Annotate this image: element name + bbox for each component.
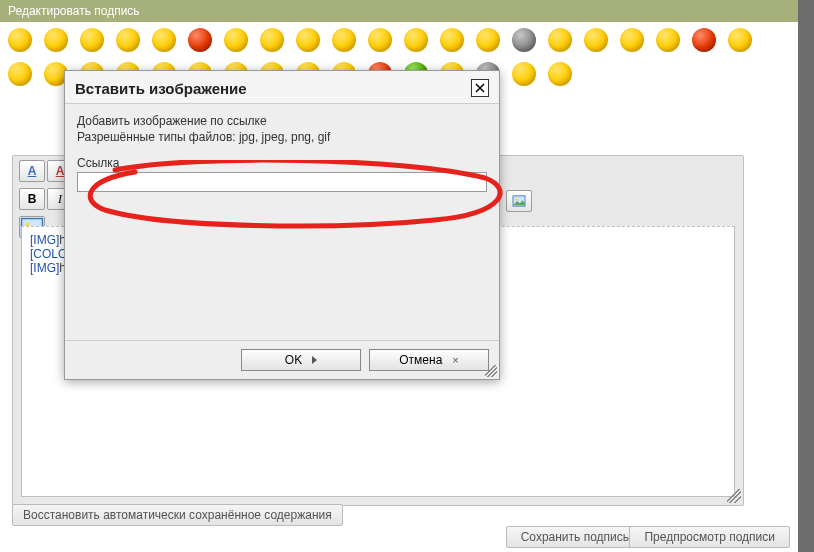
dialog-cancel-button[interactable]: Отмена × bbox=[369, 349, 489, 371]
emoji-music[interactable] bbox=[620, 28, 644, 52]
emoji-cry[interactable] bbox=[440, 28, 464, 52]
insert-image-dialog: Вставить изображение Добавить изображени… bbox=[64, 70, 500, 380]
chevron-right-icon bbox=[312, 356, 317, 364]
right-side-panel bbox=[798, 0, 814, 552]
emoji-cowboy[interactable] bbox=[512, 62, 536, 86]
emoji-neutral[interactable] bbox=[368, 28, 392, 52]
font-color-blue-button[interactable]: A bbox=[19, 160, 45, 182]
emoji-grin[interactable] bbox=[44, 28, 68, 52]
dialog-header: Вставить изображение bbox=[65, 71, 499, 104]
bold-button[interactable]: B bbox=[19, 188, 45, 210]
emoji-tired[interactable] bbox=[512, 28, 536, 52]
editor-resize-handle[interactable] bbox=[727, 489, 741, 503]
emoji-wink[interactable] bbox=[80, 28, 104, 52]
image-url-input[interactable] bbox=[77, 172, 487, 192]
emoji-angry[interactable] bbox=[188, 28, 212, 52]
emoji-shy[interactable] bbox=[476, 28, 500, 52]
dialog-footer: OK Отмена × bbox=[65, 340, 499, 379]
emoji-nerd[interactable] bbox=[548, 62, 572, 86]
emoji-evil[interactable] bbox=[692, 28, 716, 52]
dialog-close-button[interactable] bbox=[471, 79, 489, 97]
emoji-laugh[interactable] bbox=[152, 28, 176, 52]
picture-icon bbox=[512, 195, 526, 207]
emoji-tongue[interactable] bbox=[260, 28, 284, 52]
window-title: Редактировать подпись bbox=[8, 4, 140, 18]
emoji-phone[interactable] bbox=[116, 28, 140, 52]
restore-autosave-button[interactable]: Восстановить автоматически сохранённое с… bbox=[12, 504, 343, 526]
preview-signature-button[interactable]: Предпросмотр подписи bbox=[629, 526, 790, 548]
emoji-love[interactable] bbox=[656, 28, 680, 52]
window-title-bar: Редактировать подпись bbox=[0, 0, 814, 22]
emoji-cool[interactable] bbox=[224, 28, 248, 52]
emoji-sad[interactable] bbox=[404, 28, 428, 52]
emoji-mask[interactable] bbox=[584, 28, 608, 52]
dialog-resize-handle[interactable] bbox=[485, 365, 497, 377]
close-icon: × bbox=[452, 354, 458, 366]
emoji-sleep[interactable] bbox=[8, 62, 32, 86]
dialog-description-2: Разрешённые типы файлов: jpg, jpeg, png,… bbox=[77, 130, 487, 144]
dialog-title: Вставить изображение bbox=[75, 80, 247, 97]
emoji-think[interactable] bbox=[332, 28, 356, 52]
ok-label: OK bbox=[285, 353, 302, 367]
emoji-surprised[interactable] bbox=[296, 28, 320, 52]
emoji-kiss[interactable] bbox=[548, 28, 572, 52]
cancel-label: Отмена bbox=[399, 353, 442, 367]
dialog-ok-button[interactable]: OK bbox=[241, 349, 361, 371]
save-signature-button[interactable]: Сохранить подпись bbox=[506, 526, 644, 548]
url-field-label: Ссылка bbox=[77, 156, 487, 170]
dialog-body: Добавить изображение по ссылке Разрешённ… bbox=[65, 104, 499, 340]
svg-point-3 bbox=[515, 198, 518, 201]
close-icon bbox=[475, 83, 485, 93]
emoji-crazy[interactable] bbox=[728, 28, 752, 52]
emoji-smile[interactable] bbox=[8, 28, 32, 52]
toolbar-image-button[interactable] bbox=[506, 190, 532, 212]
dialog-description-1: Добавить изображение по ссылке bbox=[77, 114, 487, 128]
